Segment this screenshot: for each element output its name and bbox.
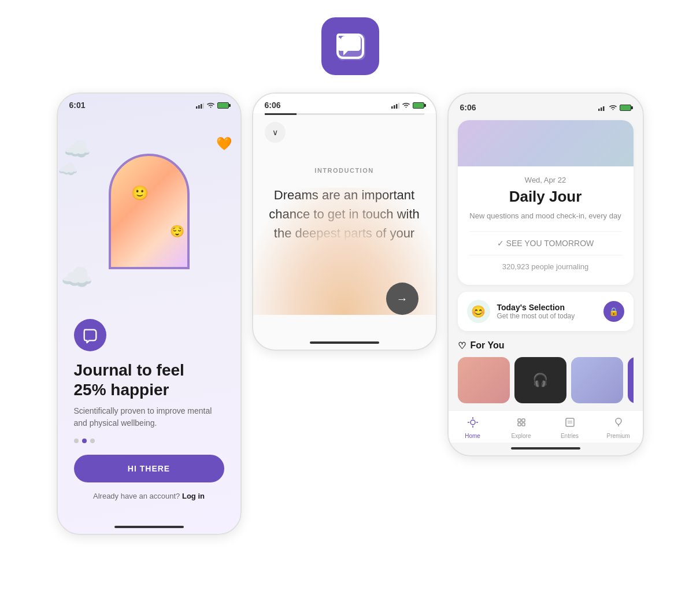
wifi-icon-2: [402, 102, 410, 109]
svg-rect-20: [566, 418, 574, 426]
battery-icon: [217, 102, 229, 109]
intro-label: INTRODUCTION: [314, 167, 373, 174]
phone-1-status-icons: [196, 102, 229, 109]
daily-jour-card: Wed, Apr 22 Daily Jour New questions and…: [458, 120, 634, 285]
svg-rect-5: [394, 105, 395, 109]
divider-1: [469, 231, 622, 232]
svg-rect-0: [196, 106, 198, 109]
nav-entries[interactable]: Entries: [554, 417, 586, 439]
door-illustration: 🙂 😌: [103, 148, 195, 275]
daily-jour-people: 320,923 people journaling: [469, 262, 622, 271]
phone-1-app-logo: [74, 319, 106, 351]
signal-icon-3: [598, 105, 606, 111]
svg-point-11: [471, 420, 475, 425]
selection-title: Today's Selection: [497, 303, 597, 312]
for-you-card-2[interactable]: 🎧: [514, 357, 566, 403]
nav-premium-label: Premium: [606, 433, 629, 439]
for-you-section: ♡ For You 🎧: [458, 338, 634, 406]
login-link[interactable]: Log in: [182, 492, 205, 500]
app-icon-wrapper: [321, 17, 379, 75]
for-you-card-3[interactable]: [571, 357, 623, 403]
nav-entries-label: Entries: [561, 433, 579, 439]
card-bg-image: [458, 120, 634, 166]
smiley-emoji: 🙂: [131, 185, 149, 201]
signal-icon: [196, 102, 204, 109]
phone-1-time: 6:01: [69, 101, 86, 110]
phone-2-status-icons: [391, 102, 424, 109]
dot-1: [74, 439, 79, 443]
door-arch: 🙂 😌: [109, 154, 190, 269]
todays-selection-card: 😊 Today's Selection Get the most out of …: [458, 292, 634, 331]
for-you-cards: 🎧: [458, 357, 634, 403]
svg-rect-1: [198, 105, 200, 109]
heart-decoration-1: 🧡: [216, 136, 232, 151]
explore-icon: [516, 417, 527, 431]
signal-icon-2: [391, 102, 399, 109]
daily-jour-title: Daily Jour: [469, 188, 622, 206]
dot-3: [90, 439, 95, 443]
selection-text: Today's Selection Get the most out of to…: [497, 303, 597, 320]
home-indicator-1: [114, 526, 184, 528]
phone-1-hero: ☁️ ☁️ ☁️ 🧡 🙂 😌: [58, 113, 240, 310]
for-you-card-1[interactable]: [458, 357, 510, 403]
dot-2: [82, 439, 87, 443]
progress-fill: [265, 113, 297, 115]
selection-emoji: 😊: [467, 300, 490, 323]
home-icon: [467, 417, 479, 431]
back-button[interactable]: ∨: [265, 122, 286, 143]
cloud-decoration-3: ☁️: [61, 262, 93, 292]
phone-3-status-bar: 6:06: [449, 94, 643, 116]
progress-bar: [265, 113, 424, 115]
phone-3: 6:06: [447, 92, 644, 456]
phone-2-status-bar: 6:06: [253, 94, 436, 113]
for-you-card-4[interactable]: [628, 357, 634, 403]
account-text: Already have an account? Log in: [74, 492, 224, 500]
next-button[interactable]: →: [386, 283, 418, 315]
nav-explore-label: Explore: [512, 433, 531, 439]
app-icon: [321, 17, 379, 75]
daily-jour-date: Wed, Apr 22: [469, 176, 622, 184]
battery-icon-3: [620, 105, 631, 111]
lock-button[interactable]: 🔒: [603, 301, 624, 322]
svg-rect-10: [603, 106, 605, 111]
svg-rect-2: [201, 104, 202, 109]
phone-1-status-bar: 6:01: [58, 94, 240, 113]
premium-icon: [613, 417, 624, 431]
phone-2-time: 6:06: [265, 101, 281, 110]
logo-icon: [82, 326, 99, 344]
svg-rect-17: [522, 419, 525, 422]
daily-jour-desc: New questions and mood check-in, every d…: [469, 210, 622, 222]
svg-rect-19: [522, 423, 525, 426]
for-you-label: For You: [471, 340, 505, 351]
quote-text: Dreams are an important chance to get in…: [267, 185, 422, 262]
nav-home[interactable]: Home: [457, 417, 488, 439]
phone-3-time: 6:06: [460, 103, 476, 112]
wink-emoji: 😌: [170, 224, 184, 238]
account-prefix: Already have an account?: [93, 492, 180, 500]
phone-3-content: Wed, Apr 22 Daily Jour New questions and…: [449, 116, 643, 410]
phones-container: 6:01 ☁️ ☁️ ☁️ 🧡: [57, 92, 644, 535]
nav-home-label: Home: [465, 433, 480, 439]
phone-1-title: Journal to feel25% happier: [74, 361, 224, 399]
bottom-nav: Home Explore: [449, 410, 643, 443]
phone-2: 6:06 ∨ INTRODUCTION: [252, 92, 437, 351]
svg-rect-18: [518, 423, 521, 426]
cloud-decoration-2: ☁️: [58, 159, 78, 179]
phone-1: 6:01 ☁️ ☁️ ☁️ 🧡: [57, 92, 242, 535]
card-hands-visual: [458, 120, 634, 166]
svg-rect-6: [396, 104, 398, 109]
wifi-icon: [206, 102, 215, 109]
phone-1-subtitle: Scientifically proven to improve mental …: [74, 405, 224, 429]
hi-there-button[interactable]: HI THERE: [74, 455, 224, 482]
phone-1-content: Journal to feel25% happier Scientificall…: [58, 310, 240, 521]
nav-premium[interactable]: Premium: [602, 417, 634, 439]
cloud-decoration-1: ☁️: [64, 136, 91, 162]
svg-rect-3: [203, 103, 204, 109]
phone-3-status-icons: [598, 105, 631, 111]
nav-explore[interactable]: Explore: [505, 417, 537, 439]
svg-rect-8: [598, 109, 600, 111]
svg-rect-4: [391, 106, 393, 109]
daily-jour-status: ✓ SEE YOU TOMORROW: [469, 239, 622, 248]
svg-rect-16: [518, 419, 521, 422]
selection-subtitle: Get the most out of today: [497, 312, 597, 320]
